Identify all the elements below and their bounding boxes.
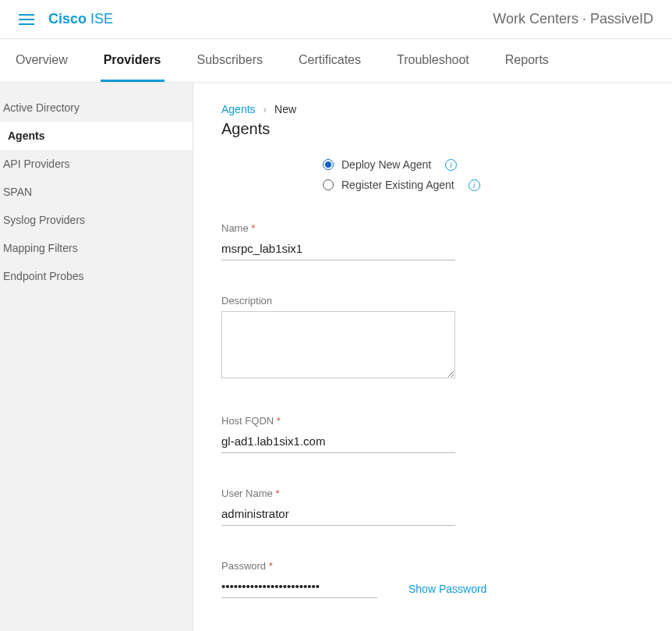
breadcrumb-link-agents[interactable]: Agents <box>221 103 256 115</box>
tab-certificates[interactable]: Certificates <box>295 39 364 82</box>
sidebar-item-agents[interactable]: Agents <box>0 122 193 150</box>
password-row: Show Password <box>221 576 580 598</box>
brand-logo: Cisco ISE <box>48 11 113 27</box>
radio-deploy-new-agent[interactable] <box>323 159 334 170</box>
sidebar-item-span[interactable]: SPAN <box>0 178 193 206</box>
main-tabs: Overview Providers Subscribers Certifica… <box>0 39 672 83</box>
user-label: User Name * <box>221 487 580 499</box>
field-password: Password * Show Password <box>221 560 580 598</box>
sidebar-item-active-directory[interactable]: Active Directory <box>0 94 193 122</box>
sidebar-item-api-providers[interactable]: API Providers <box>0 150 193 178</box>
sidebar: Active Directory Agents API Providers SP… <box>0 83 193 631</box>
content: Agents › New Agents Deploy New Agent i R… <box>193 83 672 631</box>
header-left: Cisco ISE <box>19 11 113 27</box>
chevron-right-icon: › <box>263 103 267 115</box>
sidebar-item-syslog-providers[interactable]: Syslog Providers <box>0 206 193 234</box>
radio-deploy-label: Deploy New Agent <box>341 158 431 171</box>
required-asterisk: * <box>275 487 279 499</box>
field-name: Name * <box>221 222 580 261</box>
sidebar-item-mapping-filters[interactable]: Mapping Filters <box>0 234 193 262</box>
sidebar-item-endpoint-probes[interactable]: Endpoint Probes <box>0 262 193 290</box>
description-textarea[interactable] <box>221 311 455 378</box>
page-title: Agents <box>221 120 644 138</box>
field-host-fqdn: Host FQDN * <box>221 415 580 453</box>
required-asterisk: * <box>277 415 281 427</box>
info-icon[interactable]: i <box>469 179 480 191</box>
field-description: Description <box>221 295 580 381</box>
brand-bold: Cisco <box>48 11 87 27</box>
name-label-text: Name <box>221 222 249 234</box>
password-label-text: Password <box>221 560 266 572</box>
tab-reports[interactable]: Reports <box>502 39 552 82</box>
info-icon[interactable]: i <box>445 159 457 171</box>
required-asterisk: * <box>251 222 255 234</box>
show-password-link[interactable]: Show Password <box>409 583 486 598</box>
radio-row-deploy: Deploy New Agent i <box>323 158 644 171</box>
required-asterisk: * <box>269 560 273 572</box>
breadcrumb-current: New <box>274 103 296 115</box>
body: Active Directory Agents API Providers SP… <box>0 83 672 631</box>
tab-overview[interactable]: Overview <box>12 39 71 82</box>
brand-light: ISE <box>87 11 113 27</box>
breadcrumb: Agents › New <box>221 103 644 115</box>
user-name-input[interactable] <box>221 504 455 526</box>
header-path: Work Centers · PassiveID <box>493 11 653 27</box>
tab-subscribers[interactable]: Subscribers <box>194 39 266 82</box>
radio-row-register: Register Existing Agent i <box>323 179 644 191</box>
password-input[interactable] <box>221 576 377 598</box>
radio-register-label: Register Existing Agent <box>341 179 454 191</box>
host-fqdn-input[interactable] <box>221 431 455 453</box>
radio-register-existing-agent[interactable] <box>323 179 334 190</box>
description-label: Description <box>221 295 580 307</box>
tab-providers[interactable]: Providers <box>101 39 164 82</box>
tab-troubleshoot[interactable]: Troubleshoot <box>394 39 472 82</box>
host-label: Host FQDN * <box>221 415 580 427</box>
app-header: Cisco ISE Work Centers · PassiveID <box>0 0 672 39</box>
user-label-text: User Name <box>221 487 273 499</box>
agent-mode-radio-group: Deploy New Agent i Register Existing Age… <box>323 158 644 191</box>
password-label: Password * <box>221 560 580 572</box>
name-input[interactable] <box>221 239 455 261</box>
menu-icon[interactable] <box>19 14 34 25</box>
field-user-name: User Name * <box>221 487 580 526</box>
host-label-text: Host FQDN <box>221 415 274 427</box>
name-label: Name * <box>221 222 580 234</box>
